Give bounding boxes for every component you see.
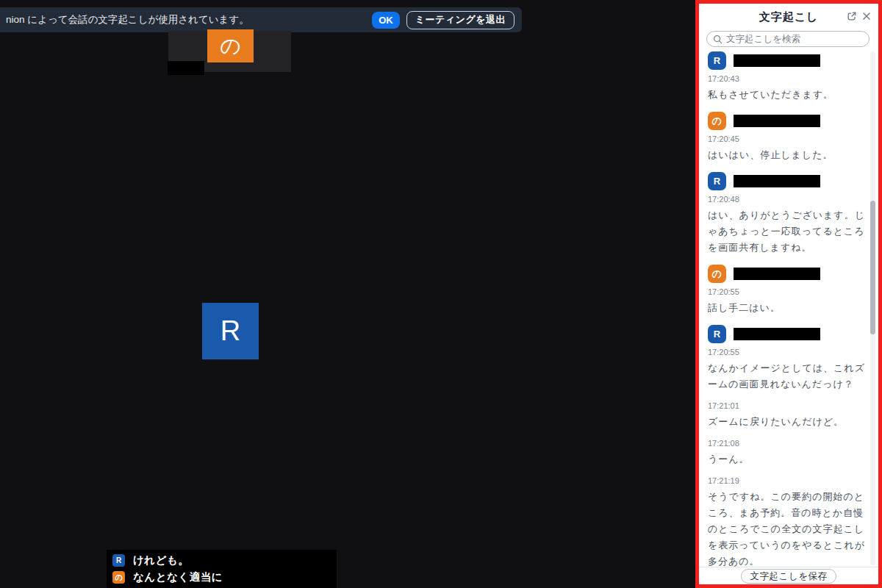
- transcript-panel: 文字起こし: [695, 0, 882, 588]
- redacted-speaker-name: [734, 268, 820, 280]
- entry-timestamp: 17:20:48: [708, 195, 865, 204]
- transcript-entry-header: R: [708, 51, 865, 70]
- speaker-avatar: R: [708, 172, 726, 190]
- transcript-entry: 17:21:08 うーん。: [708, 439, 865, 467]
- caption-row: R けれども。: [112, 553, 331, 568]
- speaker-avatar: R: [708, 51, 726, 70]
- transcript-panel-footer: 文字起こしを保存: [699, 567, 878, 584]
- transcript-entry-header: R: [708, 325, 865, 343]
- entry-text: 話し手二はい。: [708, 300, 865, 316]
- transcript-entry-header: R: [708, 172, 865, 190]
- speaker-avatar: の: [708, 265, 726, 283]
- meeting-stage: nion によって会話の文字起こしが使用されています。 OK ミーティングを退出…: [0, 0, 695, 588]
- transcript-entry-header: の: [708, 112, 865, 130]
- entry-text: なんかイメージとしては、これズームの画面見れないんだっけ？: [708, 360, 865, 392]
- entry-timestamp: 17:20:43: [708, 74, 865, 84]
- scrollbar-track[interactable]: [870, 51, 875, 565]
- search-box: [706, 31, 870, 47]
- entry-text: はい、ありがとうございます。じゃあちょっと一応取ってるところを画面共有しますね。: [708, 207, 865, 256]
- entry-text: そうですね。この要約の開始のところ、まあ予約。音の時とか自慢のところでこの全文の…: [708, 489, 865, 567]
- redacted-speaker-name: [734, 54, 820, 67]
- leave-meeting-button[interactable]: ミーティングを退出: [406, 11, 514, 29]
- redacted-speaker-name: [734, 328, 820, 340]
- transcript-entry: R 17:20:48 はい、ありがとうございます。じゃあちょっと一応取ってるとこ…: [708, 172, 865, 256]
- notification-text: nion によって会話の文字起こしが使用されています。: [6, 13, 365, 26]
- ok-button[interactable]: OK: [372, 12, 400, 29]
- entry-timestamp: 17:21:08: [708, 439, 865, 448]
- transcript-list: R 17:20:43 私もさせていただきます。 の 17:20:45 はいはい、…: [708, 51, 865, 567]
- participant-avatar-center: R: [202, 303, 259, 359]
- redacted-speaker-name: [734, 115, 820, 127]
- caption-text: けれども。: [133, 553, 189, 567]
- scrollbar-thumb[interactable]: [870, 201, 875, 334]
- transcript-entry: 17:21:19 そうですね。この要約の開始のところ、まあ予約。音の時とか自慢の…: [708, 476, 865, 567]
- caption-text: なんとなく適当に: [133, 570, 223, 584]
- entry-text: はいはい、停止しました。: [708, 147, 865, 163]
- entry-timestamp: 17:20:55: [708, 348, 865, 357]
- speaker-avatar: の: [708, 112, 726, 130]
- transcript-entry: R 17:20:43 私もさせていただきます。: [708, 51, 865, 103]
- entry-timestamp: 17:20:45: [708, 135, 865, 144]
- video-tile-top: の: [168, 31, 291, 72]
- transcript-entry: 17:21:01 ズームに戻りたいんだけど。: [708, 401, 865, 430]
- entry-timestamp: 17:21:01: [708, 401, 865, 411]
- entry-text: 私もさせていただきます。: [708, 87, 865, 103]
- participant-avatar-top: の: [207, 29, 254, 62]
- zoom-meeting-window: nion によって会話の文字起こしが使用されています。 OK ミーティングを退出…: [0, 0, 882, 588]
- close-icon[interactable]: [860, 10, 873, 23]
- search-input[interactable]: [706, 31, 870, 47]
- redacted-participant-name: [168, 61, 204, 75]
- notification-bar: nion によって会話の文字起こしが使用されています。 OK ミーティングを退出: [0, 7, 522, 32]
- transcript-entry: の 17:20:55 話し手二はい。: [708, 265, 865, 316]
- entry-timestamp: 17:21:19: [708, 476, 865, 486]
- transcript-entry-header: の: [708, 265, 865, 283]
- caption-speaker-avatar: の: [112, 571, 125, 584]
- popout-icon[interactable]: [845, 10, 858, 23]
- entry-text: ズームに戻りたいんだけど。: [708, 414, 865, 430]
- caption-speaker-avatar: R: [112, 554, 125, 567]
- speaker-avatar: R: [708, 325, 726, 343]
- save-transcript-button[interactable]: 文字起こしを保存: [741, 569, 837, 584]
- transcript-panel-header: 文字起こし: [699, 9, 878, 26]
- entry-text: うーん。: [708, 451, 865, 467]
- redacted-speaker-name: [734, 175, 820, 187]
- entry-timestamp: 17:20:55: [708, 287, 865, 297]
- live-captions-overlay: R けれども。 の なんとなく適当に: [107, 550, 337, 588]
- transcript-entry: の 17:20:45 はいはい、停止しました。: [708, 112, 865, 163]
- caption-row: の なんとなく適当に: [112, 570, 331, 586]
- transcript-entry: R 17:20:55 なんかイメージとしては、これズームの画面見れないんだっけ？: [708, 325, 865, 392]
